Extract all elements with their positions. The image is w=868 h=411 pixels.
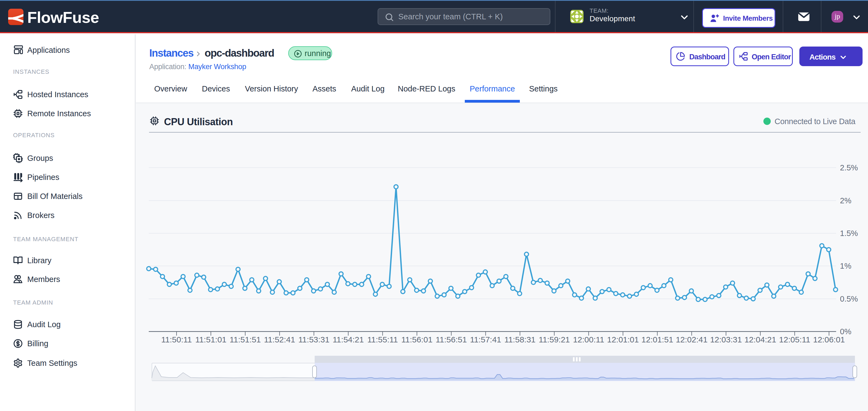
svg-text:11:59:21: 11:59:21 xyxy=(538,335,570,344)
svg-text:12:01:51: 12:01:51 xyxy=(641,335,673,344)
svg-text:12:01:01: 12:01:01 xyxy=(607,335,639,344)
svg-text:12:05:11: 12:05:11 xyxy=(779,335,810,344)
svg-text:12:00:11: 12:00:11 xyxy=(573,335,604,344)
svg-text:11:51:01: 11:51:01 xyxy=(195,335,227,344)
svg-text:11:50:11: 11:50:11 xyxy=(161,335,192,344)
svg-text:11:57:41: 11:57:41 xyxy=(470,335,501,344)
svg-text:11:55:11: 11:55:11 xyxy=(367,335,398,344)
svg-text:2.5%: 2.5% xyxy=(840,163,858,172)
svg-text:11:51:51: 11:51:51 xyxy=(230,335,261,344)
svg-text:11:56:01: 11:56:01 xyxy=(401,335,433,344)
svg-text:12:04:21: 12:04:21 xyxy=(744,335,776,344)
svg-text:12:03:31: 12:03:31 xyxy=(710,335,742,344)
svg-text:2%: 2% xyxy=(840,196,851,205)
svg-text:11:54:21: 11:54:21 xyxy=(333,335,364,344)
svg-text:11:58:31: 11:58:31 xyxy=(504,335,536,344)
svg-text:11:52:41: 11:52:41 xyxy=(264,335,295,344)
svg-text:0%: 0% xyxy=(840,327,851,336)
svg-text:1%: 1% xyxy=(840,262,851,270)
svg-text:12:02:41: 12:02:41 xyxy=(676,335,708,344)
svg-text:11:53:31: 11:53:31 xyxy=(298,335,330,344)
svg-text:12:06:01: 12:06:01 xyxy=(813,335,845,344)
svg-text:0.5%: 0.5% xyxy=(840,295,858,303)
svg-text:1.5%: 1.5% xyxy=(840,229,858,238)
svg-text:11:56:51: 11:56:51 xyxy=(436,335,467,344)
